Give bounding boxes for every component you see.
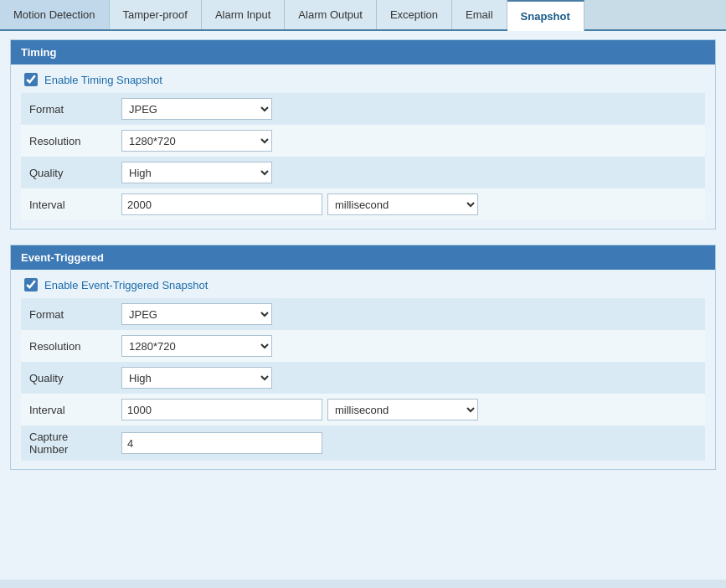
timing-format-row: Format JPEG xyxy=(21,93,705,125)
timing-interval-label: Interval xyxy=(21,188,113,220)
event-form-table: Format JPEG Resolution 1280*720 xyxy=(21,298,705,461)
tab-motion-detection[interactable]: Motion Detection xyxy=(0,0,110,29)
event-enable-row: Enable Event-Triggered Snapshot xyxy=(24,278,705,291)
tab-alarm-output[interactable]: Alarm Output xyxy=(285,0,377,29)
timing-interval-unit-select[interactable]: millisecond second xyxy=(327,193,478,215)
event-quality-select[interactable]: High Medium Low xyxy=(121,367,272,389)
timing-quality-row: Quality High Medium Low xyxy=(21,157,705,188)
timing-section-header: Timing xyxy=(11,40,715,64)
event-interval-row: Interval millisecond second xyxy=(21,394,705,426)
timing-format-select[interactable]: JPEG xyxy=(121,98,272,120)
timing-section-body: Enable Timing Snapshot Format JPEG Resol… xyxy=(11,64,715,229)
timing-resolution-cell: 1280*720 xyxy=(113,125,705,157)
tab-email[interactable]: Email xyxy=(452,0,507,29)
timing-enable-label: Enable Timing Snapshot xyxy=(44,74,162,86)
timing-interval-row: Interval millisecond second xyxy=(21,188,705,220)
tab-bar: Motion Detection Tamper-proof Alarm Inpu… xyxy=(0,0,726,31)
tab-alarm-input[interactable]: Alarm Input xyxy=(202,0,285,29)
main-content: Timing Enable Timing Snapshot Format JPE… xyxy=(0,31,726,580)
event-interval-unit-select[interactable]: millisecond second xyxy=(327,399,478,420)
timing-enable-checkbox[interactable] xyxy=(24,73,38,86)
timing-interval-cell: millisecond second xyxy=(113,188,705,220)
event-triggered-section: Event-Triggered Enable Event-Triggered S… xyxy=(10,245,716,470)
timing-format-cell: JPEG xyxy=(113,93,705,125)
event-interval-input[interactable] xyxy=(121,399,322,420)
timing-interval-input-row: millisecond second xyxy=(121,193,697,215)
event-enable-label: Enable Event-Triggered Snapshot xyxy=(44,279,208,291)
event-capture-number-row: Capture Number xyxy=(21,426,705,461)
event-capture-number-label: Capture Number xyxy=(21,426,113,461)
timing-form-table: Format JPEG Resolution 1280*720 xyxy=(21,93,705,220)
event-capture-number-cell xyxy=(113,426,705,461)
event-resolution-cell: 1280*720 xyxy=(113,330,705,362)
event-interval-input-row: millisecond second xyxy=(121,399,697,420)
timing-resolution-label: Resolution xyxy=(21,125,113,157)
timing-quality-cell: High Medium Low xyxy=(113,157,705,188)
event-format-row: Format JPEG xyxy=(21,298,705,330)
timing-resolution-row: Resolution 1280*720 xyxy=(21,125,705,157)
event-capture-number-input[interactable] xyxy=(121,432,322,454)
tab-tamper-proof[interactable]: Tamper-proof xyxy=(110,0,202,29)
event-resolution-row: Resolution 1280*720 xyxy=(21,330,705,362)
event-resolution-select[interactable]: 1280*720 xyxy=(121,335,272,357)
timing-section: Timing Enable Timing Snapshot Format JPE… xyxy=(10,39,716,230)
timing-quality-select[interactable]: High Medium Low xyxy=(121,162,272,183)
event-resolution-label: Resolution xyxy=(21,330,113,362)
event-format-cell: JPEG xyxy=(113,298,705,330)
event-format-label: Format xyxy=(21,298,113,330)
timing-resolution-select[interactable]: 1280*720 xyxy=(121,130,272,152)
event-quality-cell: High Medium Low xyxy=(113,362,705,394)
event-interval-label: Interval xyxy=(21,394,113,426)
timing-enable-row: Enable Timing Snapshot xyxy=(24,73,705,86)
tab-exception[interactable]: Exception xyxy=(377,0,452,29)
tab-snapshot[interactable]: Snapshot xyxy=(507,0,584,31)
event-triggered-section-header: Event-Triggered xyxy=(11,245,715,270)
event-quality-row: Quality High Medium Low xyxy=(21,362,705,394)
event-quality-label: Quality xyxy=(21,362,113,394)
timing-interval-input[interactable] xyxy=(121,193,322,215)
event-enable-checkbox[interactable] xyxy=(24,278,38,291)
event-triggered-section-body: Enable Event-Triggered Snapshot Format J… xyxy=(11,270,715,469)
event-format-select[interactable]: JPEG xyxy=(121,303,272,325)
timing-format-label: Format xyxy=(21,93,113,125)
event-interval-cell: millisecond second xyxy=(113,394,705,426)
timing-quality-label: Quality xyxy=(21,157,113,188)
